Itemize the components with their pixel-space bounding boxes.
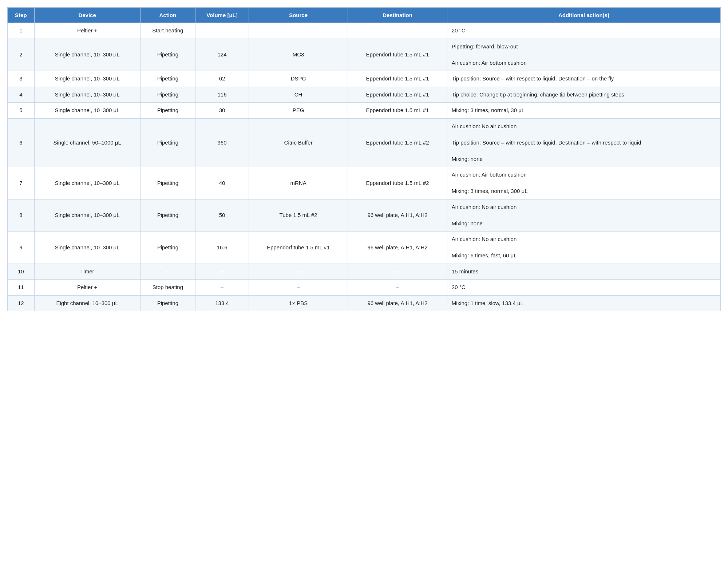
cell-source: mRNA <box>249 167 348 199</box>
cell-step: 12 <box>8 295 35 311</box>
cell-step: 4 <box>8 87 35 103</box>
cell-source: Tube 1.5 mL #2 <box>249 199 348 232</box>
cell-action: Pipetting <box>140 295 195 311</box>
cell-destination: 96 well plate, A:H1, A:H2 <box>348 232 447 264</box>
column-header-0: Step <box>8 8 35 23</box>
table-row: 7Single channel, 10–300 μLPipetting40mRN… <box>8 167 721 199</box>
cell-additional: Mixing: 3 times, normal, 30 μL <box>447 103 720 119</box>
column-header-1: Device <box>34 8 140 23</box>
cell-volume: – <box>195 23 249 39</box>
cell-additional: Air cushion: No air cushionMixing: 6 tim… <box>447 232 720 264</box>
column-header-2: Action <box>140 8 195 23</box>
cell-step: 8 <box>8 199 35 232</box>
cell-volume: 124 <box>195 39 249 71</box>
column-header-3: Volume [μL] <box>195 8 249 23</box>
cell-step: 5 <box>8 103 35 119</box>
table-row: 6Single channel, 50–1000 μLPipetting960C… <box>8 118 721 167</box>
cell-source: – <box>249 23 348 39</box>
cell-device: Single channel, 10–300 μL <box>34 167 140 199</box>
cell-action: – <box>140 264 195 280</box>
table-row: 10Timer––––15 minutes <box>8 264 721 280</box>
cell-device: Single channel, 10–300 μL <box>34 71 140 87</box>
cell-device: Peltier + <box>34 23 140 39</box>
cell-source: 1× PBS <box>249 295 348 311</box>
cell-action: Pipetting <box>140 87 195 103</box>
cell-source: CH <box>249 87 348 103</box>
table-row: 1Peltier +Start heating–––20 °C <box>8 23 721 39</box>
cell-device: Timer <box>34 264 140 280</box>
cell-volume: 133.4 <box>195 295 249 311</box>
cell-step: 1 <box>8 23 35 39</box>
cell-destination: Eppendorf tube 1.5 mL #1 <box>348 71 447 87</box>
cell-step: 6 <box>8 118 35 167</box>
cell-step: 11 <box>8 280 35 296</box>
cell-destination: – <box>348 264 447 280</box>
cell-action: Pipetting <box>140 39 195 71</box>
cell-action: Pipetting <box>140 71 195 87</box>
protocol-table: StepDeviceActionVolume [μL]SourceDestina… <box>7 7 721 311</box>
cell-destination: Eppendorf tube 1.5 mL #1 <box>348 103 447 119</box>
cell-volume: 50 <box>195 199 249 232</box>
cell-additional: Air cushion: Air bottom cushionMixing: 3… <box>447 167 720 199</box>
cell-additional: 20 °C <box>447 280 720 296</box>
cell-destination: Eppendorf tube 1.5 mL #2 <box>348 118 447 167</box>
cell-action: Pipetting <box>140 167 195 199</box>
cell-source: DSPC <box>249 71 348 87</box>
table-row: 2Single channel, 10–300 μLPipetting124MC… <box>8 39 721 71</box>
cell-volume: 16.6 <box>195 232 249 264</box>
cell-device: Single channel, 10–300 μL <box>34 232 140 264</box>
cell-destination: 96 well plate, A:H1, A:H2 <box>348 199 447 232</box>
table-row: 3Single channel, 10–300 μLPipetting62DSP… <box>8 71 721 87</box>
cell-additional: Air cushion: No air cushionTip position:… <box>447 118 720 167</box>
cell-step: 9 <box>8 232 35 264</box>
cell-action: Pipetting <box>140 103 195 119</box>
table-row: 5Single channel, 10–300 μLPipetting30PEG… <box>8 103 721 119</box>
column-header-4: Source <box>249 8 348 23</box>
cell-volume: – <box>195 280 249 296</box>
cell-destination: Eppendorf tube 1.5 mL #1 <box>348 87 447 103</box>
cell-volume: 40 <box>195 167 249 199</box>
cell-device: Peltier + <box>34 280 140 296</box>
table-row: 12Eight channel, 10–300 μLPipetting133.4… <box>8 295 721 311</box>
cell-source: Citric Buffer <box>249 118 348 167</box>
cell-device: Single channel, 50–1000 μL <box>34 118 140 167</box>
cell-device: Single channel, 10–300 μL <box>34 103 140 119</box>
cell-volume: 62 <box>195 71 249 87</box>
cell-device: Single channel, 10–300 μL <box>34 87 140 103</box>
cell-additional: Mixing: 1 time, slow, 133.4 μL <box>447 295 720 311</box>
cell-source: PEG <box>249 103 348 119</box>
cell-destination: 96 well plate, A:H1, A:H2 <box>348 295 447 311</box>
cell-additional: Pipetting: forward, blow-outAir cushion:… <box>447 39 720 71</box>
cell-action: Pipetting <box>140 232 195 264</box>
cell-volume: 116 <box>195 87 249 103</box>
table-row: 8Single channel, 10–300 μLPipetting50Tub… <box>8 199 721 232</box>
cell-action: Pipetting <box>140 118 195 167</box>
cell-device: Eight channel, 10–300 μL <box>34 295 140 311</box>
table-row: 4Single channel, 10–300 μLPipetting116CH… <box>8 87 721 103</box>
column-header-6: Additional action(s) <box>447 8 720 23</box>
cell-destination: – <box>348 280 447 296</box>
table-row: 9Single channel, 10–300 μLPipetting16.6E… <box>8 232 721 264</box>
cell-destination: Eppendorf tube 1.5 mL #1 <box>348 39 447 71</box>
cell-step: 2 <box>8 39 35 71</box>
cell-volume: – <box>195 264 249 280</box>
cell-device: Single channel, 10–300 μL <box>34 39 140 71</box>
cell-additional: 15 minutes <box>447 264 720 280</box>
cell-destination: Eppendorf tube 1.5 mL #2 <box>348 167 447 199</box>
cell-action: Pipetting <box>140 199 195 232</box>
cell-step: 10 <box>8 264 35 280</box>
cell-source: – <box>249 280 348 296</box>
cell-action: Start heating <box>140 23 195 39</box>
cell-volume: 30 <box>195 103 249 119</box>
cell-step: 7 <box>8 167 35 199</box>
column-header-5: Destination <box>348 8 447 23</box>
cell-source: – <box>249 264 348 280</box>
cell-source: Eppendorf tube 1.5 mL #1 <box>249 232 348 264</box>
cell-volume: 960 <box>195 118 249 167</box>
cell-additional: Air cushion: No air cushionMixing: none <box>447 199 720 232</box>
cell-device: Single channel, 10–300 μL <box>34 199 140 232</box>
cell-action: Stop heating <box>140 280 195 296</box>
cell-source: MC3 <box>249 39 348 71</box>
cell-additional: Tip choice: Change tip at beginning, cha… <box>447 87 720 103</box>
cell-step: 3 <box>8 71 35 87</box>
